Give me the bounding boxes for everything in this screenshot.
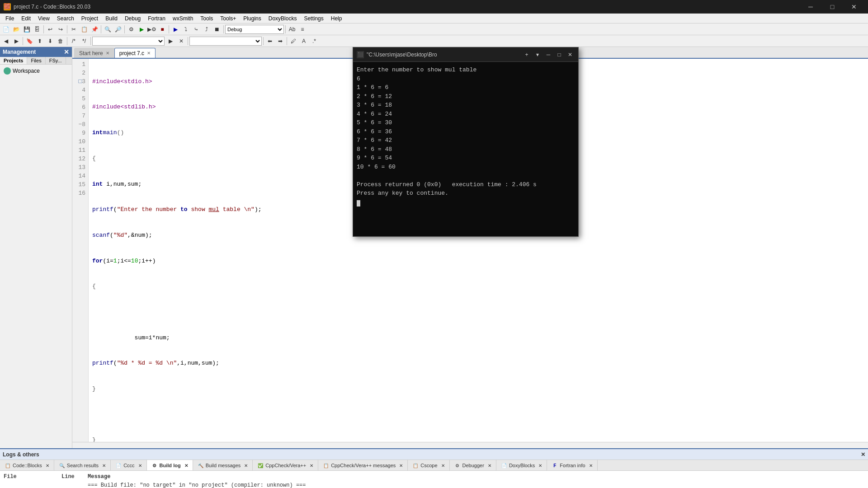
menu-search[interactable]: Search	[53, 14, 78, 23]
paste-btn[interactable]: 📌	[90, 24, 99, 34]
step-over-btn[interactable]: ⤵	[181, 24, 191, 34]
new-file-btn[interactable]: 📄	[1, 24, 11, 34]
stop-debug-btn[interactable]: ⏹	[212, 24, 222, 34]
menu-wxsmith[interactable]: wxSmith	[169, 14, 197, 23]
more-btn[interactable]: ≡	[297, 24, 307, 34]
term-dropdown-btn[interactable]: ▾	[533, 50, 542, 60]
tab-start-here-close[interactable]: ✕	[106, 51, 109, 56]
run-btn[interactable]: ▶	[137, 24, 146, 34]
logs-tab-debugger[interactable]: ⚙ Debugger ✕	[450, 460, 496, 471]
target-select[interactable]: Debug	[225, 25, 284, 34]
close-button[interactable]: ✕	[844, 0, 864, 14]
sidebar-close-btn[interactable]: ✕	[64, 48, 69, 56]
bookmark-btn[interactable]: 🔖	[24, 36, 34, 46]
logs-tab-search[interactable]: 🔍 Search results ✕	[54, 460, 111, 471]
function-select[interactable]	[92, 37, 165, 46]
log-line-1	[61, 481, 84, 488]
logs-tab-fortran[interactable]: F Fortran info ✕	[547, 460, 597, 471]
logs-close-icon[interactable]: ✕	[861, 451, 865, 458]
logs-tab-doxyblocks[interactable]: 📄 DoxyBlocks ✕	[496, 460, 547, 471]
sidebar-tab-fsy[interactable]: FSy...	[46, 57, 66, 64]
debug-btn[interactable]: ▶	[170, 24, 180, 34]
regex-btn[interactable]: .*	[309, 36, 319, 46]
maximize-button[interactable]: □	[822, 0, 843, 14]
menu-project[interactable]: Project	[78, 14, 102, 23]
menu-fortran[interactable]: Fortran	[144, 14, 169, 23]
view-prev-btn[interactable]: ⬅	[265, 36, 275, 46]
codeblocks-tab-close[interactable]: ✕	[46, 463, 49, 468]
buildlog-tab-close[interactable]: ✕	[184, 463, 188, 468]
menu-edit[interactable]: Edit	[18, 14, 34, 23]
cscope-tab-close[interactable]: ✕	[441, 463, 445, 468]
view-next-btn[interactable]: ➡	[275, 36, 285, 46]
sep13	[287, 37, 287, 45]
prev-bookmark-btn[interactable]: ⬆	[35, 36, 45, 46]
debugger-tab-close[interactable]: ✕	[488, 463, 491, 468]
tab-project7c[interactable]: project 7.c ✕	[114, 48, 156, 58]
save-all-btn[interactable]: 🗄	[32, 24, 42, 34]
menu-settings[interactable]: Settings	[300, 14, 327, 23]
fortran-tab-close[interactable]: ✕	[589, 463, 593, 468]
logs-tab-cscope[interactable]: 📋 Cscope ✕	[408, 460, 449, 471]
abbrev-btn[interactable]: Ab	[287, 24, 297, 34]
menu-doxyblocks[interactable]: DoxyBlocks	[265, 14, 301, 23]
logs-tab-cccc[interactable]: 📄 Cccc ✕	[111, 460, 146, 471]
clear-bookmarks-btn[interactable]: 🗑	[56, 36, 66, 46]
save-btn[interactable]: 💾	[22, 24, 32, 34]
jump-func-btn[interactable]: ▶	[165, 36, 175, 46]
find-btn[interactable]: 🔍	[103, 24, 113, 34]
highlight-btn[interactable]: 🖊	[288, 36, 298, 46]
open-btn[interactable]: 📂	[11, 24, 21, 34]
menu-help[interactable]: Help	[327, 14, 346, 23]
term-minimize-btn[interactable]: ─	[544, 50, 553, 60]
logs-tab-cppcheck-msg[interactable]: 📋 CppCheck/Vera++ messages ✕	[318, 460, 408, 471]
build-btn[interactable]: ⚙	[126, 24, 136, 34]
tab-start-here-label: Start here	[79, 50, 103, 56]
term-new-tab-btn[interactable]: +	[522, 50, 531, 60]
logs-tab-buildlog[interactable]: ⚙ Build log ✕	[147, 460, 193, 471]
sidebar-tab-projects[interactable]: Projects	[0, 57, 27, 64]
editor-scrollbar[interactable]	[72, 442, 868, 448]
menu-tools[interactable]: Tools	[197, 14, 217, 23]
copy-btn[interactable]: 📋	[79, 24, 89, 34]
menu-toolsplus[interactable]: Tools+	[217, 14, 240, 23]
next-bookmark-btn[interactable]: ⬇	[45, 36, 55, 46]
font-btn[interactable]: A	[299, 36, 309, 46]
doxyblocks-tab-close[interactable]: ✕	[538, 463, 542, 468]
tab-start-here[interactable]: Start here ✕	[74, 48, 114, 58]
buildmsg-tab-close[interactable]: ✕	[244, 463, 248, 468]
step-out-btn[interactable]: ⤴	[202, 24, 212, 34]
ln-15: 15	[75, 181, 85, 189]
undo-btn[interactable]: ↩	[45, 24, 55, 34]
menu-plugins[interactable]: Plugins	[240, 14, 264, 23]
code-select[interactable]	[189, 37, 262, 46]
minimize-button[interactable]: ─	[800, 0, 821, 14]
sidebar-tab-files[interactable]: Files	[27, 57, 45, 64]
menu-file[interactable]: File	[2, 14, 18, 23]
logs-tab-buildmsg[interactable]: 🔨 Build messages ✕	[193, 460, 253, 471]
clear-func-btn[interactable]: ✕	[176, 36, 186, 46]
cppcheck-tab-close[interactable]: ✕	[310, 463, 313, 468]
build-run-btn[interactable]: ▶⚙	[147, 24, 157, 34]
search-tab-close[interactable]: ✕	[102, 463, 106, 468]
term-maximize-btn[interactable]: □	[555, 50, 564, 60]
menu-debug[interactable]: Debug	[121, 14, 144, 23]
jump-fwd-btn[interactable]: ▶	[11, 36, 21, 46]
stop-btn[interactable]: ■	[157, 24, 167, 34]
jump-back-btn[interactable]: ◀	[1, 36, 11, 46]
toggle-comment-btn[interactable]: /*	[69, 36, 79, 46]
replace-btn[interactable]: 🔎	[113, 24, 123, 34]
uncomment-btn[interactable]: */	[79, 36, 89, 46]
cppcheck-msg-tab-close[interactable]: ✕	[399, 463, 403, 468]
tab-project7c-close[interactable]: ✕	[147, 51, 151, 56]
step-into-btn[interactable]: ⤷	[191, 24, 201, 34]
workspace-item[interactable]: Workspace	[2, 66, 70, 75]
redo-btn[interactable]: ↪	[56, 24, 66, 34]
cccc-tab-close[interactable]: ✕	[138, 463, 142, 468]
logs-tab-codeblocks[interactable]: 📋 Code::Blocks ✕	[0, 460, 54, 471]
term-close-btn[interactable]: ✕	[566, 50, 575, 60]
menu-build[interactable]: Build	[102, 14, 121, 23]
logs-tab-cppcheck[interactable]: ✅ CppCheck/Vera++ ✕	[253, 460, 318, 471]
menu-view[interactable]: View	[34, 14, 53, 23]
cut-btn[interactable]: ✂	[69, 24, 79, 34]
